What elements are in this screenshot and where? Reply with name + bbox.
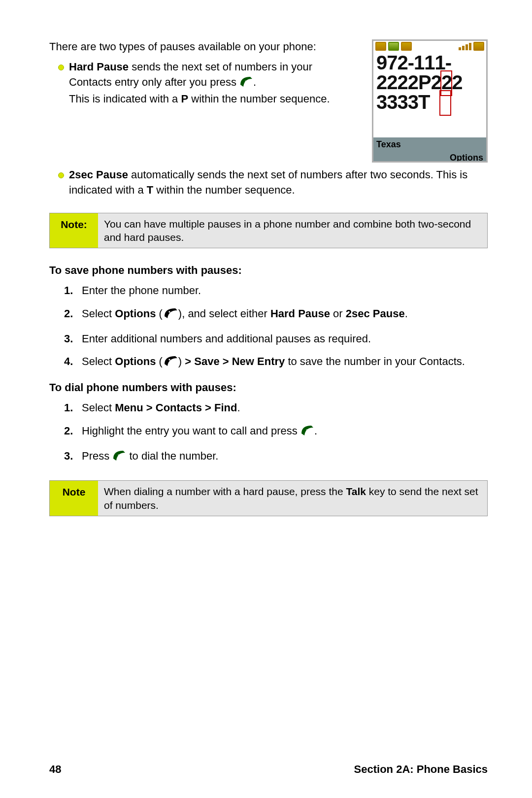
manual-page: There are two types of pauses available …: [0, 0, 532, 798]
status-bar: [373, 41, 486, 52]
save-steps: Enter the phone number. Select Options (…: [64, 283, 488, 371]
pause-types-list-continued: 2sec Pause automatically sends the next …: [49, 167, 488, 198]
dial-step-1: Select Menu > Contacts > Find.: [64, 400, 488, 416]
dial-step-2: Highlight the entry you want to call and…: [64, 424, 488, 441]
note-callout: Note: You can have multiple pauses in a …: [49, 213, 488, 249]
talk-key-icon: [239, 76, 253, 92]
signal-icon: [459, 43, 471, 50]
page-number: 48: [49, 762, 61, 777]
save-heading: To save phone numbers with pauses:: [49, 263, 488, 278]
note-label: Note:: [50, 213, 98, 248]
phone-softkey-bar: Texas Options: [373, 137, 486, 161]
save-step-2: Select Options (), and select either Har…: [64, 306, 488, 324]
dialed-number: 972-111- 2222P222 3333T: [373, 52, 486, 112]
note-callout: Note When dialing a number with a hard p…: [49, 480, 488, 516]
dial-heading: To dial phone numbers with pauses:: [49, 380, 488, 396]
save-step-4: Select Options () > Save > New Entry to …: [64, 354, 488, 371]
dial-step-3: Press to dial the number.: [64, 449, 488, 466]
save-step-3: Enter additional numbers and additional …: [64, 332, 488, 347]
intro-section: There are two types of pauses available …: [49, 39, 488, 163]
talk-key-icon: [300, 425, 314, 441]
phone-screenshot: 972-111- 2222P222 3333T Texas Options: [372, 39, 488, 163]
status-icon: [388, 42, 399, 51]
location-label: Texas: [373, 137, 486, 152]
save-step-1: Enter the phone number.: [64, 283, 488, 299]
status-icon: [375, 42, 386, 51]
status-icon: [401, 42, 412, 51]
battery-icon: [473, 42, 484, 51]
cursor-highlight: [439, 90, 451, 116]
note-body: When dialing a number with a hard pause,…: [98, 481, 487, 516]
section-title: Section 2A: Phone Basics: [354, 762, 488, 777]
pause-types-list: Hard Pause sends the next set of numbers…: [49, 60, 357, 107]
note-label: Note: [50, 481, 98, 516]
twosec-pause-label: 2sec Pause: [69, 168, 128, 181]
hard-pause-label: Hard Pause: [69, 61, 129, 73]
options-softkey: Options: [373, 152, 486, 163]
intro-text-column: There are two types of pauses available …: [49, 39, 357, 112]
dial-steps: Select Menu > Contacts > Find. Highlight…: [64, 400, 488, 466]
note-body: You can have multiple pauses in a phone …: [98, 213, 487, 248]
intro-paragraph: There are two types of pauses available …: [49, 39, 357, 55]
options-key-icon: [163, 306, 178, 324]
twosec-pause-item: 2sec Pause automatically sends the next …: [69, 167, 488, 198]
page-footer: 48 Section 2A: Phone Basics: [49, 762, 488, 777]
hard-pause-item: Hard Pause sends the next set of numbers…: [69, 60, 357, 107]
talk-key-icon: [112, 450, 126, 466]
options-key-icon: [163, 354, 178, 371]
